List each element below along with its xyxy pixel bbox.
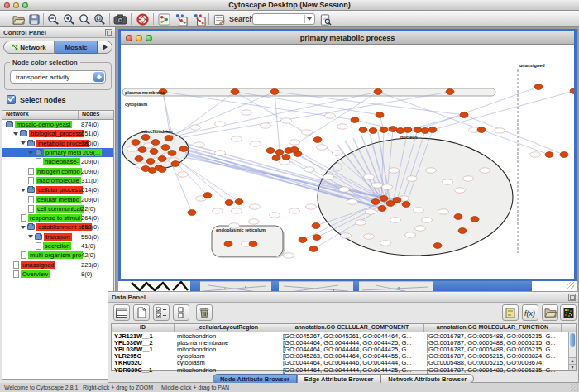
function-builder-icon[interactable]: f(x): [522, 304, 538, 321]
tree-row[interactable]: biological_process651(0): [2, 129, 113, 138]
network-node[interactable]: [235, 199, 243, 205]
network-node[interactable]: [138, 147, 146, 153]
new-attribute-icon[interactable]: [133, 304, 150, 321]
network-node-label[interactable]: [366, 209, 376, 214]
network-node[interactable]: [150, 149, 158, 155]
tree-row[interactable]: establishment of lo558(0): [2, 222, 113, 232]
background-window-fragment[interactable]: [271, 281, 279, 291]
network-node-label[interactable]: [306, 204, 317, 209]
column-header-molecular-function[interactable]: annotation.GO MOLECULAR_FUNCTION: [424, 324, 562, 332]
tree-row[interactable]: cell communicat22(0): [2, 204, 113, 213]
network-node[interactable]: [158, 167, 166, 173]
tree-row[interactable]: metabolic process280(0): [2, 139, 113, 148]
expand-triangle-icon[interactable]: [28, 235, 33, 241]
network-node[interactable]: [414, 127, 422, 133]
float-panel-icon[interactable]: [568, 294, 576, 301]
network-node[interactable]: [458, 228, 467, 234]
expand-triangle-icon[interactable]: [21, 189, 26, 194]
background-window-fragment[interactable]: [359, 281, 433, 291]
unselect-attributes-icon[interactable]: [173, 304, 189, 321]
network-node[interactable]: [477, 127, 486, 133]
attribute-matrix-icon[interactable]: [560, 304, 577, 321]
network-node[interactable]: [460, 112, 468, 118]
table-scrollbar[interactable]: ▲ ▼: [568, 332, 576, 370]
network-node-label[interactable]: [443, 179, 453, 184]
network-node[interactable]: [359, 127, 367, 133]
background-window-fragment[interactable]: [190, 281, 200, 291]
background-window-fragment[interactable]: [353, 281, 359, 291]
network-edge[interactable]: [289, 92, 378, 149]
network-node[interactable]: [282, 155, 290, 160]
tab-network[interactable]: Network: [3, 41, 55, 54]
network-node-label[interactable]: [364, 174, 375, 179]
network-node-label[interactable]: [364, 234, 375, 239]
network-node[interactable]: [270, 89, 279, 95]
expand-triangle-icon[interactable]: [28, 151, 33, 157]
tree-row[interactable]: nitrogen compo209(0): [2, 166, 113, 175]
select-attributes-icon[interactable]: [153, 304, 170, 321]
network-edge[interactable]: [167, 92, 275, 137]
network-edge[interactable]: [175, 162, 208, 195]
network-node[interactable]: [404, 127, 412, 133]
network-node[interactable]: [272, 155, 280, 161]
network-node-label[interactable]: [422, 218, 433, 222]
network-node-label[interactable]: [232, 136, 242, 141]
network-node[interactable]: [225, 200, 233, 206]
network-node[interactable]: [299, 237, 307, 243]
network-node[interactable]: [312, 223, 320, 229]
network-node-label[interactable]: [215, 122, 226, 127]
network-node[interactable]: [165, 136, 173, 141]
zoom-fit-icon[interactable]: [93, 12, 107, 26]
network-node-label[interactable]: [261, 123, 271, 128]
zoom-in-icon[interactable]: [62, 12, 76, 26]
network-node[interactable]: [369, 128, 377, 134]
network-node[interactable]: [471, 217, 479, 222]
network-node-label[interactable]: [270, 213, 280, 218]
network-node[interactable]: [309, 246, 318, 252]
tree-row[interactable]: Overview8(0): [2, 270, 113, 279]
import-attributes-icon[interactable]: [542, 304, 558, 321]
network-node-label[interactable]: [530, 152, 541, 157]
network-node[interactable]: [141, 135, 150, 141]
network-node-label[interactable]: [190, 125, 201, 130]
network-node-label[interactable]: [380, 241, 391, 246]
network-node[interactable]: [380, 127, 388, 133]
network-node[interactable]: [168, 151, 176, 156]
network-node-label[interactable]: [178, 172, 189, 177]
network-node-label[interactable]: [438, 209, 449, 214]
network-node-label[interactable]: [242, 110, 252, 115]
network-node-label[interactable]: [290, 208, 300, 213]
tree-header-nodes[interactable]: Nodes: [79, 111, 113, 119]
network-node[interactable]: [454, 214, 462, 220]
network-node-label[interactable]: [339, 187, 350, 192]
network-edge[interactable]: [464, 115, 564, 155]
network-node[interactable]: [275, 150, 284, 155]
network-node[interactable]: [179, 146, 188, 152]
float-panel-icon[interactable]: [105, 29, 112, 36]
network-manager-icon[interactable]: [157, 12, 171, 26]
network-node-label[interactable]: [382, 184, 393, 189]
network-edge[interactable]: [433, 91, 574, 130]
network-node[interactable]: [249, 241, 257, 247]
network-node-label[interactable]: [426, 168, 437, 173]
background-window-fragment[interactable]: [433, 281, 532, 291]
search-dropdown-icon[interactable]: [304, 15, 313, 23]
table-cell[interactable]: [GO:0016787, GO:0005488, GO:0005215, G..…: [424, 366, 562, 374]
tree-row[interactable]: response to stimul264(0): [2, 213, 113, 222]
network-node[interactable]: [146, 159, 155, 165]
network-node[interactable]: [224, 241, 232, 247]
network-node-label[interactable]: [323, 174, 334, 179]
network-node[interactable]: [402, 202, 410, 208]
expand-triangle-icon[interactable]: [21, 141, 26, 147]
network-node-label[interactable]: [405, 232, 416, 237]
network-edge[interactable]: [481, 130, 549, 155]
scroll-up-icon[interactable]: ▲: [569, 357, 576, 364]
network-node-label[interactable]: [215, 151, 226, 155]
network-node[interactable]: [188, 210, 196, 216]
network-node-label[interactable]: [325, 113, 336, 118]
attribute-table-icon[interactable]: [113, 304, 130, 321]
zoom-out-icon[interactable]: [46, 12, 60, 26]
network-node[interactable]: [374, 89, 382, 95]
network-node-label[interactable]: [249, 219, 260, 224]
column-header-region[interactable]: _cellularLayoutRegion: [175, 324, 280, 332]
